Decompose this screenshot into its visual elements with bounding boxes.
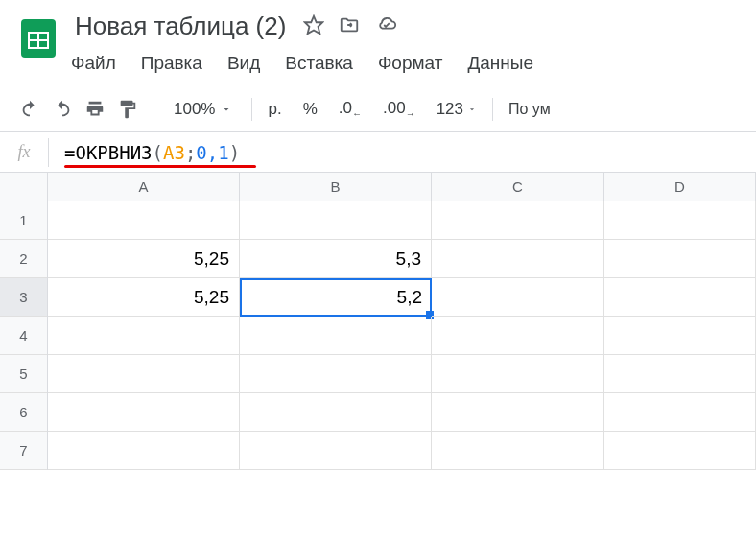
format-currency-button[interactable]: р. (264, 100, 285, 119)
cell-D3[interactable] (604, 278, 756, 317)
col-header-A[interactable]: A (48, 173, 240, 201)
cell-A7[interactable] (48, 432, 240, 470)
col-header-B[interactable]: B (240, 173, 432, 201)
cell-B4[interactable] (240, 317, 432, 355)
row-header-6[interactable]: 6 (0, 393, 47, 432)
cell-C7[interactable] (432, 432, 604, 470)
cell-D6[interactable] (604, 393, 756, 432)
cell-D5[interactable] (604, 355, 756, 393)
chevron-down-icon (221, 104, 232, 115)
col-header-D[interactable]: D (604, 173, 756, 201)
cell-D7[interactable] (604, 432, 756, 470)
sheets-app-icon[interactable] (15, 15, 61, 61)
formula-func: ОКРВНИЗ (75, 142, 152, 163)
cell-C1[interactable] (432, 201, 604, 240)
cell-B3-value: 5,2 (397, 287, 422, 308)
increase-decimal-button[interactable]: .00→ (379, 99, 419, 119)
formula-eq: = (64, 142, 75, 163)
formula-comma: , (207, 142, 218, 163)
cell-C6[interactable] (432, 393, 604, 432)
row-header-1[interactable]: 1 (0, 201, 47, 240)
cell-B2[interactable]: 5,3 (240, 240, 432, 278)
chevron-down-icon (467, 105, 477, 114)
cell-D2[interactable] (604, 240, 756, 278)
star-icon[interactable] (303, 14, 324, 39)
font-dropdown[interactable]: По ум (505, 101, 555, 118)
menu-bar: Файл Правка Вид Вставка Формат Данные (71, 49, 741, 78)
document-title[interactable]: Новая таблица (2) (71, 10, 290, 43)
formula-bar: fx =ОКРВНИЗ(A3;0,1) (0, 132, 756, 173)
zoom-value: 100% (174, 100, 215, 119)
cell-A1[interactable] (48, 201, 240, 240)
cell-B1[interactable] (240, 201, 432, 240)
row-header-3[interactable]: 3 (0, 278, 47, 317)
cell-B5[interactable] (240, 355, 432, 393)
row-header-4[interactable]: 4 (0, 317, 47, 355)
menu-view[interactable]: Вид (227, 49, 272, 78)
menu-file[interactable]: Файл (71, 49, 128, 78)
row-header-2[interactable]: 2 (0, 240, 47, 278)
select-all-corner[interactable] (0, 173, 47, 201)
cell-D4[interactable] (604, 317, 756, 355)
formula-num1: 0 (196, 142, 206, 163)
formula-cell-ref: A3 (163, 142, 185, 163)
formula-input[interactable]: =ОКРВНИЗ(A3;0,1) (49, 142, 240, 163)
menu-data[interactable]: Данные (467, 49, 545, 78)
zoom-dropdown[interactable]: 100% (166, 100, 240, 119)
print-button[interactable] (81, 95, 109, 124)
row-header-5[interactable]: 5 (0, 355, 47, 393)
redo-button[interactable] (48, 95, 77, 124)
decrease-decimal-button[interactable]: .0← (335, 99, 366, 119)
cell-B7[interactable] (240, 432, 432, 470)
move-folder-icon[interactable] (338, 14, 361, 39)
formula-underline (64, 165, 256, 168)
cloud-status-icon[interactable] (374, 14, 399, 39)
formula-num2: 1 (218, 142, 228, 163)
formula-close-paren: ) (229, 142, 240, 163)
cell-C5[interactable] (432, 355, 604, 393)
paint-format-button[interactable] (113, 95, 142, 124)
cell-C3[interactable] (432, 278, 604, 317)
cell-B3[interactable]: 5,2 (240, 278, 432, 317)
formula-open-paren: ( (153, 142, 163, 163)
toolbar: 100% р. % .0← .00→ 123 По ум (0, 87, 756, 132)
cell-C4[interactable] (432, 317, 604, 355)
formula-sep: ; (185, 142, 196, 163)
cell-A6[interactable] (48, 393, 240, 432)
cell-A3[interactable]: 5,25 (48, 278, 240, 317)
svg-marker-4 (305, 15, 322, 33)
undo-button[interactable] (15, 95, 44, 124)
cell-D1[interactable] (604, 201, 756, 240)
col-header-C[interactable]: C (432, 173, 604, 201)
spreadsheet-grid: 1 2 3 4 5 6 7 A B C D 5,25 5,3 (0, 173, 756, 470)
row-header-7[interactable]: 7 (0, 432, 47, 470)
cell-C2[interactable] (432, 240, 604, 278)
menu-insert[interactable]: Вставка (285, 49, 365, 78)
cell-A2[interactable]: 5,25 (48, 240, 240, 278)
cell-B6[interactable] (240, 393, 432, 432)
menu-edit[interactable]: Правка (141, 49, 214, 78)
cell-A4[interactable] (48, 317, 240, 355)
cell-A5[interactable] (48, 355, 240, 393)
fx-icon: fx (0, 142, 48, 162)
format-123-dropdown[interactable]: 123 (433, 100, 481, 119)
format-percent-button[interactable]: % (299, 100, 321, 119)
menu-format[interactable]: Формат (378, 49, 455, 78)
format-123-label: 123 (437, 100, 463, 119)
